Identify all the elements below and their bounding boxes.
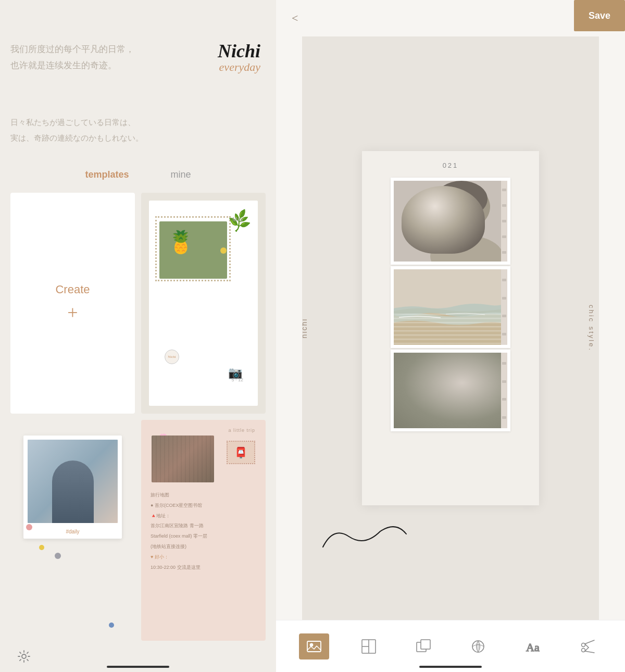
tc2-pink-dot xyxy=(26,524,32,530)
tc3-line-6: (地铁站直接连接) xyxy=(151,542,256,552)
template-travel-pink[interactable]: a little trip 🌸 📮 旅行地图 ● 首尔(COEX星空图书馆 🔺地… xyxy=(141,420,266,641)
brand-subtitle: everyday xyxy=(218,60,260,74)
sticker-icon xyxy=(416,639,431,654)
right-home-indicator xyxy=(419,666,482,668)
svg-rect-8 xyxy=(394,353,507,428)
brand-name: Nichi xyxy=(218,42,260,60)
svg-line-23 xyxy=(585,640,594,644)
template-pineapple[interactable]: 🍍 🌿 May 📷 Nichi 5 · 12 xyxy=(141,193,266,414)
home-indicator xyxy=(107,666,169,668)
create-card[interactable]: Create + xyxy=(10,193,135,414)
tab-templates[interactable]: templates xyxy=(85,167,129,183)
tc2-polaroid: #daily xyxy=(23,435,122,539)
film-mark xyxy=(502,297,506,300)
photo-bw-woman[interactable] xyxy=(391,178,510,265)
svg-line-24 xyxy=(585,651,594,653)
back-button[interactable]: < xyxy=(286,6,303,30)
tabs-row: templates mine xyxy=(0,167,276,183)
create-label: Create xyxy=(55,283,90,296)
bw-woman-image xyxy=(394,181,507,262)
beach-svg xyxy=(394,269,507,345)
text-icon: Aa xyxy=(525,639,541,654)
left-bottom-bar xyxy=(0,641,276,672)
film-marks-3 xyxy=(501,353,507,428)
right-panel: < Save nichi chic style. 021 xyxy=(276,0,625,672)
film-mark xyxy=(502,380,506,383)
photo-palm[interactable] xyxy=(391,350,510,431)
tc3-header-text: a little trip xyxy=(228,428,255,433)
tc3-line-3: 🔺地址： xyxy=(151,511,256,521)
settings-button[interactable] xyxy=(16,648,32,665)
canvas-area: nichi chic style. 021 xyxy=(302,36,599,620)
filter-icon xyxy=(470,639,486,654)
gear-icon xyxy=(17,650,31,663)
journal-page: 021 xyxy=(362,151,539,505)
svg-rect-5 xyxy=(446,243,488,262)
tc3-line-5: Starfield (coex mall) 零一层 xyxy=(151,531,256,542)
squiggle-decoration xyxy=(318,516,411,557)
film-mark xyxy=(502,315,506,317)
svg-line-26 xyxy=(585,648,589,651)
tc3-building-photo xyxy=(152,435,214,482)
film-mark xyxy=(502,251,506,254)
bottom-toolbar: Aa xyxy=(276,620,625,672)
brand-logo: Nichi everyday xyxy=(218,42,260,74)
left-panel: 我们所度过的每个平凡的日常， 也许就是连续发生的奇迹。 Nichi everyd… xyxy=(0,0,276,672)
svg-point-3 xyxy=(435,181,488,217)
tc1-inner: 🍍 🌿 May 📷 Nichi 5 · 12 xyxy=(149,201,258,406)
jp-text-2: 実は、奇跡の連続なのかもしれない。 xyxy=(10,130,143,146)
palm-image xyxy=(394,353,507,428)
film-mark xyxy=(502,279,506,281)
film-mark xyxy=(502,398,506,401)
svg-point-11 xyxy=(425,379,467,410)
tc1-may-label: May xyxy=(232,216,243,222)
film-marks-1 xyxy=(501,181,507,262)
film-mark xyxy=(502,333,506,335)
tc1-number: 5 · 12 xyxy=(231,377,243,382)
jp-text-block: 日々私たちが過ごしている日常は、 実は、奇跡の連続なのかもしれない。 xyxy=(10,115,143,146)
toolbar-sticker-button[interactable] xyxy=(408,633,439,659)
tab-mine[interactable]: mine xyxy=(171,167,191,183)
tc2-yellow-dot xyxy=(39,545,44,550)
toolbar-layout-button[interactable] xyxy=(354,633,384,659)
toolbar-filter-button[interactable] xyxy=(463,633,493,659)
side-text-left: nichi xyxy=(302,318,308,339)
layout-icon xyxy=(361,639,377,654)
svg-rect-12 xyxy=(307,641,321,652)
svg-line-25 xyxy=(585,644,589,648)
toolbar-crop-button[interactable] xyxy=(572,633,603,659)
toolbar-photo-button[interactable] xyxy=(299,633,329,659)
bw-woman-svg xyxy=(394,181,507,262)
side-text-right: chic style. xyxy=(587,305,595,352)
svg-rect-18 xyxy=(421,640,430,649)
film-mark xyxy=(502,362,506,365)
svg-point-6 xyxy=(448,199,485,241)
film-mark xyxy=(502,220,506,222)
tc3-line-4: 首尔江南区宣陵路 青一路 xyxy=(151,521,256,531)
svg-point-13 xyxy=(310,643,313,646)
tc2-blue-dot xyxy=(109,623,114,628)
photo-beach[interactable] xyxy=(391,266,510,348)
tc2-gray-dot xyxy=(55,553,61,559)
toolbar-text-button[interactable]: Aa xyxy=(518,633,548,659)
tc3-line-2: ● 首尔(COEX星空图书馆 xyxy=(151,501,256,511)
tc1-badge: Nichi xyxy=(165,350,179,364)
scissors-icon xyxy=(580,639,595,654)
template-girl-polaroid[interactable]: #daily xyxy=(10,420,135,641)
tc1-yellow-dot xyxy=(220,247,227,254)
svg-point-0 xyxy=(22,654,26,658)
film-marks-2 xyxy=(501,269,507,345)
film-mark xyxy=(502,189,506,191)
tc2-girl-silhouette xyxy=(52,461,94,523)
jp-text-1: 日々私たちが過ごしている日常は、 xyxy=(10,115,143,130)
tc3-line-1: 旅行地图 xyxy=(151,490,256,501)
tc3-line-7: ♥ 好小： xyxy=(151,552,256,563)
tc3-stamp: 📮 xyxy=(227,441,255,464)
svg-text:Aa: Aa xyxy=(526,641,540,654)
film-mark xyxy=(502,204,506,207)
palm-svg xyxy=(394,353,507,428)
film-mark xyxy=(502,235,506,238)
save-button[interactable]: Save xyxy=(574,0,625,31)
tc2-daily-label: #daily xyxy=(66,529,79,534)
tc2-photo xyxy=(28,440,118,523)
